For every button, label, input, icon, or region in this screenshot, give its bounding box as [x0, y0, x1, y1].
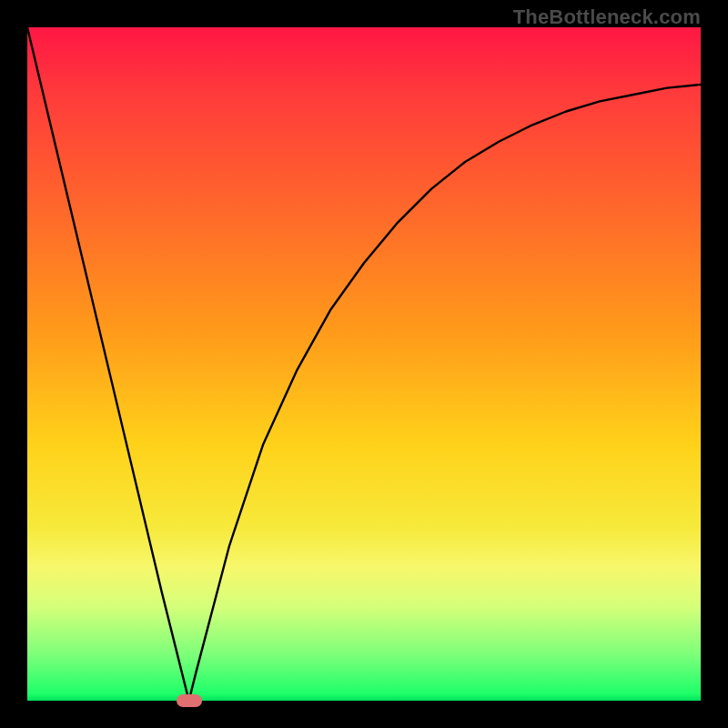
bottleneck-curve	[27, 27, 701, 701]
watermark-text: TheBottleneck.com	[513, 5, 701, 29]
bottleneck-marker	[177, 694, 202, 707]
curve-path	[27, 27, 701, 701]
chart-stage: TheBottleneck.com	[0, 0, 728, 728]
plot-area	[27, 27, 701, 701]
